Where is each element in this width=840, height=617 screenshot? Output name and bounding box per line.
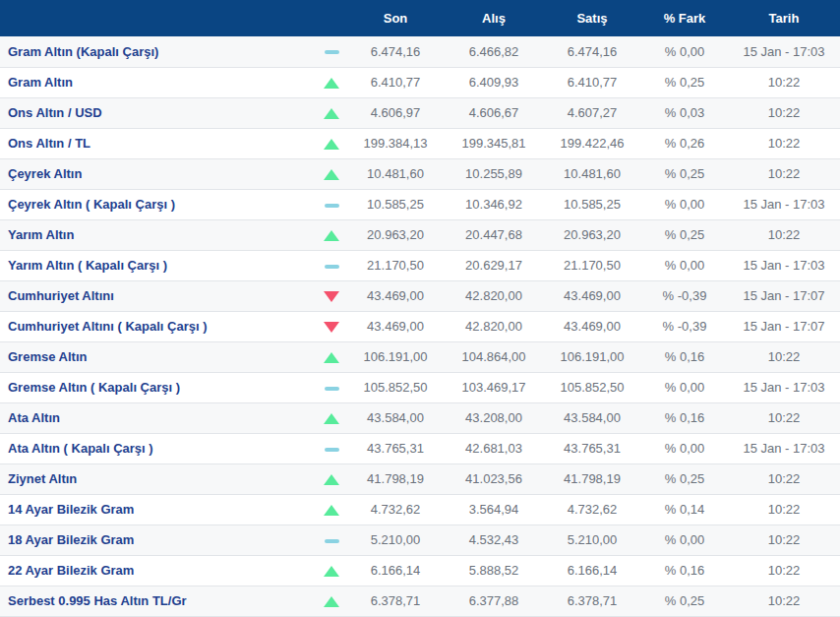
satis-value: 199.422,46 — [543, 128, 641, 158]
fark-value: % -0,39 — [641, 311, 728, 341]
satis-value: 6.166,14 — [543, 555, 641, 586]
instrument-name: Serbest 0.995 Has Altın TL/Gr — [0, 586, 317, 616]
satis-value: 105.852,50 — [543, 372, 641, 402]
tarih-value: 15 Jan - 17:03 — [728, 189, 840, 219]
triangle-up-icon — [324, 230, 339, 241]
table-row[interactable]: Ons Altın / USD 4.606,97 4.606,67 4.607,… — [0, 97, 840, 128]
tarih-value: 10:22 — [728, 341, 840, 372]
table-row[interactable]: Ata Altın ( Kapalı Çarşı ) 43.765,31 42.… — [0, 433, 840, 463]
alis-value: 199.345,81 — [445, 128, 543, 158]
table-row[interactable]: Gram Altın (Kapalı Çarşı) 6.474,16 6.466… — [0, 36, 840, 67]
satis-value: 10.585,25 — [543, 189, 641, 219]
fark-value: % 0,14 — [641, 494, 728, 524]
alis-value: 42.820,00 — [445, 311, 543, 341]
son-value: 21.170,50 — [346, 250, 445, 280]
triangle-down-icon — [324, 291, 339, 302]
dash-icon — [325, 265, 339, 269]
son-value: 106.191,00 — [346, 341, 445, 372]
fark-value: % 0,00 — [641, 189, 728, 219]
fark-value: % 0,25 — [641, 219, 728, 250]
satis-value: 10.481,60 — [543, 158, 641, 189]
table-row[interactable]: Yarım Altın 20.963,20 20.447,68 20.963,2… — [0, 219, 840, 250]
tarih-value: 15 Jan - 17:03 — [728, 433, 840, 463]
triangle-up-icon — [324, 596, 339, 607]
table-row[interactable]: 22 Ayar Bilezik Gram 6.166,14 5.888,52 6… — [0, 555, 840, 586]
tarih-value: 10:22 — [728, 524, 840, 555]
alis-value: 10.346,92 — [445, 189, 543, 219]
fark-value: % 0,25 — [641, 158, 728, 189]
son-value: 6.410,77 — [346, 67, 445, 97]
tarih-value: 15 Jan - 17:07 — [728, 311, 840, 341]
fark-value: % 0,00 — [641, 250, 728, 280]
header-name — [0, 0, 317, 36]
tarih-value: 10:22 — [728, 219, 840, 250]
instrument-name: Cumhuriyet Altını — [0, 280, 317, 311]
tarih-value: 10:22 — [728, 67, 840, 97]
son-value: 6.474,16 — [346, 36, 445, 67]
dash-icon — [325, 204, 339, 208]
fark-value: % 0,00 — [641, 372, 728, 402]
table-row[interactable]: 18 Ayar Bilezik Gram 5.210,00 4.532,43 5… — [0, 524, 840, 555]
table-row[interactable]: Cumhuriyet Altını ( Kapalı Çarşı ) 43.46… — [0, 311, 840, 341]
tarih-value: 15 Jan - 17:03 — [728, 250, 840, 280]
table-row[interactable]: Ata Altın 43.584,00 43.208,00 43.584,00 … — [0, 402, 840, 433]
fark-value: % 0,00 — [641, 433, 728, 463]
satis-value: 41.798,19 — [543, 463, 641, 494]
satis-value: 106.191,00 — [543, 341, 641, 372]
alis-value: 42.820,00 — [445, 280, 543, 311]
table-row[interactable]: Gram Altın 6.410,77 6.409,93 6.410,77 % … — [0, 67, 840, 97]
table-row[interactable]: Serbest 0.995 Has Altın TL/Gr 6.378,71 6… — [0, 586, 840, 616]
alis-value: 6.409,93 — [445, 67, 543, 97]
header-fark: % Fark — [641, 0, 728, 36]
table-row[interactable]: Cumhuriyet Altını 43.469,00 42.820,00 43… — [0, 280, 840, 311]
table-row[interactable]: Çeyrek Altın ( Kapalı Çarşı ) 10.585,25 … — [0, 189, 840, 219]
table-row[interactable]: Çeyrek Altın 10.481,60 10.255,89 10.481,… — [0, 158, 840, 189]
son-value: 10.585,25 — [346, 189, 445, 219]
triangle-up-icon — [324, 78, 339, 89]
header-son: Son — [346, 0, 445, 36]
instrument-name: Çeyrek Altın — [0, 158, 317, 189]
satis-value: 4.607,27 — [543, 97, 641, 128]
gold-prices-table: Son Alış Satış % Fark Tarih Gram Altın (… — [0, 0, 840, 617]
triangle-up-icon — [324, 139, 339, 150]
triangle-up-icon — [324, 505, 339, 516]
table-row[interactable]: Gremse Altın ( Kapalı Çarşı ) 105.852,50… — [0, 372, 840, 402]
fark-value: % -0,39 — [641, 280, 728, 311]
fark-value: % 0,25 — [641, 586, 728, 616]
fark-value: % 0,16 — [641, 341, 728, 372]
instrument-name: Cumhuriyet Altını ( Kapalı Çarşı ) — [0, 311, 317, 341]
son-value: 105.852,50 — [346, 372, 445, 402]
alis-value: 103.469,17 — [445, 372, 543, 402]
satis-value: 20.963,20 — [543, 219, 641, 250]
son-value: 41.798,19 — [346, 463, 445, 494]
tarih-value: 10:22 — [728, 494, 840, 524]
son-value: 5.210,00 — [346, 524, 445, 555]
instrument-name: Yarım Altın — [0, 219, 317, 250]
table-row[interactable]: Ons Altın / TL 199.384,13 199.345,81 199… — [0, 128, 840, 158]
triangle-up-icon — [324, 566, 339, 577]
tarih-value: 10:22 — [728, 97, 840, 128]
fark-value: % 0,16 — [641, 555, 728, 586]
table-row[interactable]: Yarım Altın ( Kapalı Çarşı ) 21.170,50 2… — [0, 250, 840, 280]
alis-value: 20.629,17 — [445, 250, 543, 280]
tarih-value: 15 Jan - 17:03 — [728, 36, 840, 67]
triangle-up-icon — [324, 474, 339, 485]
fark-value: % 0,16 — [641, 402, 728, 433]
header-tarih: Tarih — [728, 0, 840, 36]
table-row[interactable]: Gremse Altın 106.191,00 104.864,00 106.1… — [0, 341, 840, 372]
alis-value: 104.864,00 — [445, 341, 543, 372]
alis-value: 43.208,00 — [445, 402, 543, 433]
alis-value: 4.606,67 — [445, 97, 543, 128]
instrument-name: Ziynet Altın — [0, 463, 317, 494]
tarih-value: 10:22 — [728, 586, 840, 616]
instrument-name: Gram Altın (Kapalı Çarşı) — [0, 36, 317, 67]
fark-value: % 0,03 — [641, 97, 728, 128]
alis-value: 20.447,68 — [445, 219, 543, 250]
triangle-down-icon — [324, 322, 339, 333]
table-row[interactable]: 14 Ayar Bilezik Gram 4.732,62 3.564,94 4… — [0, 494, 840, 524]
satis-value: 6.410,77 — [543, 67, 641, 97]
instrument-name: Gremse Altın — [0, 341, 317, 372]
table-row[interactable]: Ziynet Altın 41.798,19 41.023,56 41.798,… — [0, 463, 840, 494]
tarih-value: 15 Jan - 17:07 — [728, 280, 840, 311]
satis-value: 43.469,00 — [543, 311, 641, 341]
